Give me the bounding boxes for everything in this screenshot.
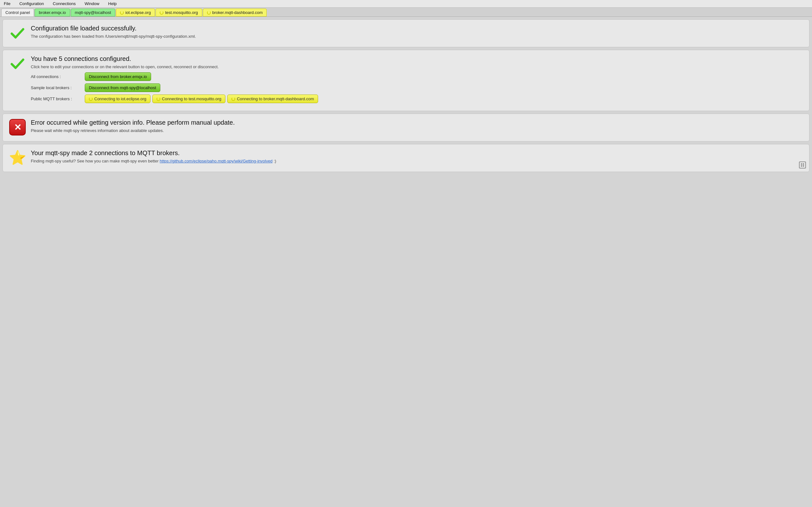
card-connections-body: You have 5 connections configured. Click… — [31, 55, 803, 106]
main-content: Configuration file loaded successfully. … — [0, 17, 812, 174]
star-icon: ⭐ — [9, 151, 26, 165]
menu-connections[interactable]: Connections — [51, 1, 77, 7]
card-made-connections: ⭐ Your mqtt-spy made 2 connections to MQ… — [3, 144, 809, 172]
svg-rect-2 — [801, 165, 802, 167]
svg-rect-3 — [803, 165, 804, 167]
scroll-to-bottom-icon[interactable] — [799, 162, 806, 168]
error-icon-container: ✕ — [9, 119, 26, 135]
card-error-title: Error occurred while getting version inf… — [31, 119, 803, 126]
connections-section: All connections : Disconnect from broker… — [31, 72, 803, 103]
connect-broker-mqtt-dashboard-button[interactable]: Connecting to broker.mqtt-dashboard.com — [227, 95, 318, 103]
card-config-body: Configuration file loaded successfully. … — [31, 25, 803, 42]
error-x-icon: ✕ — [9, 119, 26, 135]
sample-brokers-label: Sample local brokers : — [31, 86, 82, 90]
menu-configuration[interactable]: Configuration — [18, 1, 45, 7]
spinner-icon — [207, 11, 211, 15]
disconnect-localhost-button[interactable]: Disconnect from mqtt-spy@localhost — [85, 83, 160, 92]
tab-test-mosquitto[interactable]: test.mosquitto.org — [156, 9, 202, 16]
sample-brokers-row: Sample local brokers : Disconnect from m… — [31, 83, 803, 92]
card-connections: You have 5 connections configured. Click… — [3, 50, 809, 111]
public-brokers-row: Public MQTT brokers : Connecting to iot.… — [31, 95, 803, 103]
tab-broker-mqtt-dashboard[interactable]: broker.mqtt-dashboard.com — [203, 9, 267, 16]
card-config-title: Configuration file loaded successfully. — [31, 25, 803, 32]
disconnect-broker-emqx-button[interactable]: Disconnect from broker.emqx.io — [85, 72, 151, 81]
spinner-icon — [160, 11, 163, 15]
getting-involved-link[interactable]: https://github.com/eclipse/paho.mqtt-spy… — [160, 159, 273, 163]
all-connections-label: All connections : — [31, 74, 82, 79]
card-made-connections-title: Your mqtt-spy made 2 connections to MQTT… — [31, 150, 803, 157]
tab-iot-eclipse[interactable]: iot.eclipse.org — [116, 9, 155, 16]
menu-bar: File Configuration Connections Window He… — [0, 0, 812, 8]
card-config-subtitle: The configuration has been loaded from /… — [31, 34, 803, 39]
tab-mqtt-spy-localhost[interactable]: mqtt-spy@localhost — [71, 9, 115, 16]
all-connections-row: All connections : Disconnect from broker… — [31, 72, 803, 81]
card-config-loaded: Configuration file loaded successfully. … — [3, 19, 809, 47]
card-error: ✕ Error occurred while getting version i… — [3, 114, 809, 142]
svg-rect-0 — [801, 163, 802, 165]
card-error-body: Error occurred while getting version inf… — [31, 119, 803, 136]
public-brokers-buttons: Connecting to iot.eclipse.org Connecting… — [85, 95, 318, 103]
menu-window[interactable]: Window — [84, 1, 101, 7]
spinner-icon — [89, 97, 93, 101]
svg-rect-1 — [803, 163, 804, 165]
connect-iot-eclipse-button[interactable]: Connecting to iot.eclipse.org — [85, 95, 151, 103]
menu-help[interactable]: Help — [107, 1, 118, 7]
card-error-subtitle: Please wait while mqtt-spy retrieves inf… — [31, 128, 803, 133]
star-icon-container: ⭐ — [9, 150, 26, 166]
spinner-icon — [231, 97, 235, 101]
tab-bar: Control panel broker.emqx.io mqtt-spy@lo… — [0, 8, 812, 17]
card-connections-subtitle: Click here to edit your connections or o… — [31, 64, 803, 69]
connect-test-mosquitto-button[interactable]: Connecting to test.mosquitto.org — [152, 95, 225, 103]
connections-success-icon — [9, 55, 26, 72]
public-brokers-label: Public MQTT brokers : — [31, 97, 82, 101]
card-connections-title[interactable]: You have 5 connections configured. — [31, 55, 803, 62]
tab-broker-emqx[interactable]: broker.emqx.io — [35, 9, 70, 16]
tab-control-panel[interactable]: Control panel — [1, 9, 34, 16]
card-made-connections-subtitle: Finding mqtt-spy useful? See how you can… — [31, 159, 803, 163]
spinner-icon — [120, 11, 124, 15]
success-icon — [9, 25, 26, 41]
card-made-connections-body: Your mqtt-spy made 2 connections to MQTT… — [31, 150, 803, 167]
spinner-icon — [157, 97, 160, 101]
menu-file[interactable]: File — [3, 1, 12, 7]
